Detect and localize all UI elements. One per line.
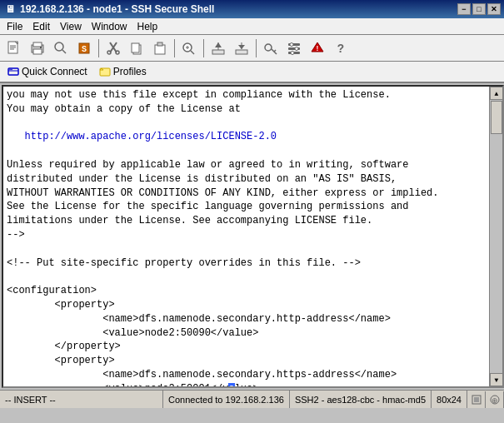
terminal-line: WITHOUT WARRANTIES OR CONDITIONS OF ANY … (7, 187, 486, 201)
svg-text:⊕: ⊕ (492, 396, 498, 405)
encryption-info: SSH2 - aes128-cbc - hmac-md5 (295, 395, 426, 405)
terminal-line: <value>node2:50091</value> (7, 382, 486, 386)
svg-rect-27 (236, 50, 247, 54)
cursor: a (228, 383, 234, 386)
terminal[interactable]: you may not use this file except in comp… (3, 87, 489, 386)
terminal-line: http://www.apache.org/licenses/LICENSE-2… (7, 130, 486, 144)
quick-connect-button[interactable]: Quick Connect (3, 63, 92, 80)
toolbar-search[interactable] (50, 37, 72, 59)
toolbar-question[interactable]: ? (330, 37, 352, 59)
svg-rect-19 (157, 42, 162, 46)
status-bar: -- INSERT -- Connected to 192.168.2.136 … (0, 390, 504, 408)
scroll-thumb[interactable] (491, 101, 502, 134)
toolbar-x1[interactable]: S (73, 37, 95, 59)
toolbar-settings[interactable] (283, 37, 305, 59)
toolbar-print[interactable] (27, 37, 48, 59)
scroll-down[interactable]: ▼ (490, 373, 503, 386)
terminal-line (7, 117, 486, 131)
svg-text:?: ? (337, 42, 344, 56)
terminal-line: <configuration> (7, 284, 486, 298)
terminal-area[interactable]: you may not use this file except in comp… (2, 85, 504, 388)
terminal-line: Unless required by applicable law or agr… (7, 158, 486, 172)
svg-point-38 (291, 51, 294, 54)
menu-edit[interactable]: Edit (27, 18, 55, 34)
terminal-line: <!-- Put site-specific property override… (7, 256, 486, 271)
svg-text:S: S (82, 45, 87, 54)
terminal-line: <name>dfs.namenode.secondary.https-addre… (7, 368, 486, 382)
scroll-up[interactable]: ▲ (490, 87, 503, 100)
terminal-line (7, 242, 486, 256)
svg-point-30 (265, 44, 272, 51)
quick-connect-icon (7, 66, 19, 77)
svg-point-8 (55, 42, 63, 51)
svg-point-37 (295, 47, 298, 50)
separator-3 (203, 39, 204, 57)
svg-point-44 (9, 69, 11, 71)
terminal-line: distributed under the License is distrib… (7, 172, 486, 187)
terminal-line: See the License for the specific languag… (7, 200, 486, 214)
terminal-line: <property> (7, 298, 486, 312)
svg-point-14 (107, 51, 111, 54)
separator-2 (174, 39, 175, 57)
connection-segment: Connected to 192.168.2.136 (163, 391, 290, 408)
window-title: 192.168.2.136 - node1 - SSH Secure Shell (20, 3, 214, 15)
menu-file[interactable]: File (2, 18, 27, 34)
insert-mode-label: -- INSERT -- (5, 395, 56, 405)
svg-rect-18 (155, 45, 165, 54)
menu-view[interactable]: View (55, 18, 87, 34)
toolbar-help[interactable]: ! (307, 37, 328, 59)
scrollbar[interactable]: ▲ ▼ (489, 87, 502, 386)
maximize-button[interactable]: □ (472, 3, 486, 15)
separator-4 (256, 39, 257, 57)
svg-rect-24 (212, 50, 224, 54)
svg-line-9 (62, 50, 66, 53)
quick-connect-label: Quick Connect (22, 66, 87, 77)
terminal-line: <name>dfs.namenode.secondary.http-addres… (7, 312, 486, 326)
quickconnect-bar: Quick Connect Profiles (0, 62, 504, 83)
terminal-line (7, 144, 486, 158)
profiles-icon (99, 66, 111, 77)
toolbar-cut[interactable] (102, 37, 124, 59)
terminal-line: <value>node2:50090</value> (7, 326, 486, 341)
menu-help[interactable]: Help (132, 18, 163, 34)
encryption-segment: SSH2 - aes128-cbc - hmac-md5 (290, 391, 432, 408)
terminal-line (7, 270, 486, 284)
connection-status: Connected to 192.168.2.136 (168, 395, 284, 405)
terminal-line: </property> (7, 340, 486, 354)
status-icon-1[interactable] (467, 391, 486, 408)
svg-rect-17 (132, 43, 139, 52)
title-bar: 🖥 192.168.2.136 - node1 - SSH Secure She… (0, 0, 504, 18)
svg-point-45 (11, 69, 12, 71)
toolbar-upload[interactable] (207, 37, 229, 59)
terminal-line: limitations under the License. See accom… (7, 214, 486, 228)
profiles-button[interactable]: Profiles (95, 63, 151, 80)
status-icon-2[interactable]: ⊕ (486, 391, 504, 408)
toolbar-download[interactable] (231, 37, 252, 59)
svg-line-21 (191, 51, 194, 54)
toolbar-find[interactable] (178, 37, 200, 59)
terminal-line: <property> (7, 354, 486, 368)
svg-rect-5 (33, 42, 42, 47)
menu-window[interactable]: Window (87, 18, 132, 34)
svg-point-7 (40, 47, 42, 48)
terminal-line: you may not use this file except in comp… (7, 88, 486, 102)
toolbar-key[interactable] (260, 37, 282, 59)
profiles-label: Profiles (113, 66, 147, 77)
toolbar-copy[interactable] (126, 37, 147, 59)
close-button[interactable]: ✕ (487, 3, 501, 15)
svg-rect-6 (33, 49, 42, 54)
toolbar-new[interactable] (3, 37, 25, 59)
insert-mode-segment: -- INSERT -- (0, 391, 163, 408)
separator-1 (98, 39, 99, 57)
terminal-line: You may obtain a copy of the License at (7, 102, 486, 117)
svg-line-32 (274, 50, 276, 52)
toolbar-paste[interactable] (149, 37, 171, 59)
window-controls: − □ ✕ (457, 3, 501, 15)
window-icon: 🖥 (3, 2, 17, 16)
svg-rect-49 (474, 397, 479, 402)
minimize-button[interactable]: − (457, 3, 471, 15)
terminal-line: --> (7, 228, 486, 242)
toolbar: S ! ? (0, 35, 504, 62)
scroll-track[interactable] (490, 100, 502, 373)
svg-point-36 (290, 42, 293, 46)
